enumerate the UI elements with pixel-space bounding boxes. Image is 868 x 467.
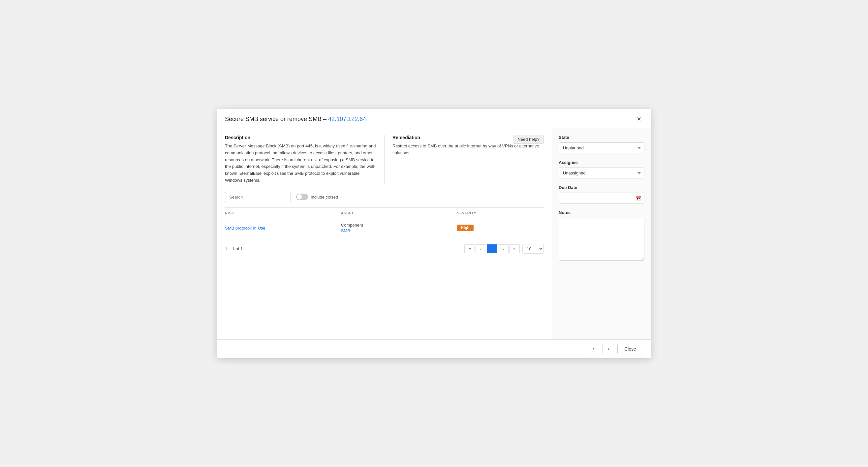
assignee-select[interactable]: Unassigned User 1 User 2 bbox=[559, 167, 644, 179]
pagination-row: 1 – 1 of 1 « ‹ 1 › » 10 25 50 bbox=[225, 244, 544, 254]
footer-close-button[interactable]: Close bbox=[617, 344, 643, 354]
search-input[interactable] bbox=[225, 192, 291, 202]
search-input-wrap bbox=[225, 192, 291, 202]
date-input-wrap: 📅 bbox=[559, 193, 644, 204]
asset-type: Component bbox=[341, 223, 457, 227]
risk-link[interactable]: SMB protocol: In Use bbox=[225, 226, 266, 230]
pagination-buttons: « ‹ 1 › » bbox=[464, 244, 520, 253]
state-label: State bbox=[559, 135, 644, 140]
description-heading: Description bbox=[225, 135, 376, 140]
footer-prev-button[interactable]: ‹ bbox=[588, 344, 599, 354]
need-help-button[interactable]: Need help? bbox=[514, 135, 544, 144]
page-prev-button[interactable]: ‹ bbox=[475, 244, 486, 253]
pagination-controls: « ‹ 1 › » 10 25 50 bbox=[464, 244, 544, 254]
modal-body: Description The Server Message Block (SM… bbox=[217, 128, 651, 339]
page-next-button[interactable]: › bbox=[498, 244, 508, 253]
footer-next-button[interactable]: › bbox=[602, 344, 614, 354]
include-closed-toggle[interactable]: Include closed bbox=[296, 194, 338, 200]
col-header-risk: RISK bbox=[225, 211, 341, 215]
modal-title: Secure SMB service or remove SMB – 42.10… bbox=[225, 116, 366, 123]
title-text: Secure SMB service or remove SMB – bbox=[225, 116, 328, 122]
search-filter-row: Include closed bbox=[225, 192, 544, 202]
close-button[interactable]: × bbox=[635, 115, 643, 123]
include-closed-label: Include closed bbox=[311, 195, 338, 199]
risks-table: RISK ASSET SEVERITY SMB protocol: In Use… bbox=[225, 208, 544, 238]
state-select[interactable]: Unplanned Planned In Progress Done bbox=[559, 143, 644, 153]
assignee-field: Assignee Unassigned User 1 User 2 bbox=[559, 160, 644, 179]
main-content: Description The Server Message Block (SM… bbox=[217, 128, 552, 339]
due-date-label: Due Date bbox=[559, 185, 644, 190]
include-closed-switch[interactable] bbox=[296, 194, 308, 200]
due-date-field: Due Date 📅 bbox=[559, 185, 644, 204]
description-text: The Server Message Block (SMB) on port 4… bbox=[225, 143, 376, 184]
modal-container: Secure SMB service or remove SMB – 42.10… bbox=[217, 109, 651, 358]
severity-cell: High bbox=[457, 225, 544, 231]
sidebar: State Unplanned Planned In Progress Done… bbox=[552, 128, 651, 339]
page-current-button[interactable]: 1 bbox=[487, 244, 497, 253]
table-header-row: RISK ASSET SEVERITY bbox=[225, 208, 544, 218]
notes-field: Notes bbox=[559, 210, 644, 261]
asset-cell: Component SMB bbox=[341, 223, 457, 233]
ip-link[interactable]: 42.107.122.64 bbox=[328, 116, 366, 122]
remediation-block: Need help? Remediation Restrict access t… bbox=[384, 135, 544, 184]
table-row: SMB protocol: In Use Component SMB High bbox=[225, 218, 544, 238]
description-block: Description The Server Message Block (SM… bbox=[225, 135, 384, 184]
remediation-text: Restrict access to SMB over the public I… bbox=[393, 143, 544, 157]
pagination-count: 1 – 1 of 1 bbox=[225, 246, 243, 251]
modal-header: Secure SMB service or remove SMB – 42.10… bbox=[217, 109, 651, 128]
due-date-input[interactable] bbox=[559, 193, 644, 204]
state-field: State Unplanned Planned In Progress Done bbox=[559, 135, 644, 153]
col-header-asset: ASSET bbox=[341, 211, 457, 215]
severity-badge: High bbox=[457, 225, 473, 231]
risk-cell: SMB protocol: In Use bbox=[225, 225, 341, 230]
page-size-select[interactable]: 10 25 50 bbox=[522, 244, 544, 254]
page-first-button[interactable]: « bbox=[464, 244, 475, 253]
info-section: Description The Server Message Block (SM… bbox=[225, 135, 544, 184]
page-last-button[interactable]: » bbox=[509, 244, 520, 253]
col-header-severity: SEVERITY bbox=[457, 211, 544, 215]
notes-textarea[interactable] bbox=[559, 218, 644, 260]
notes-label: Notes bbox=[559, 210, 644, 215]
modal-footer: ‹ › Close bbox=[217, 339, 651, 358]
asset-link[interactable]: SMB bbox=[341, 228, 350, 233]
assignee-label: Assignee bbox=[559, 160, 644, 165]
